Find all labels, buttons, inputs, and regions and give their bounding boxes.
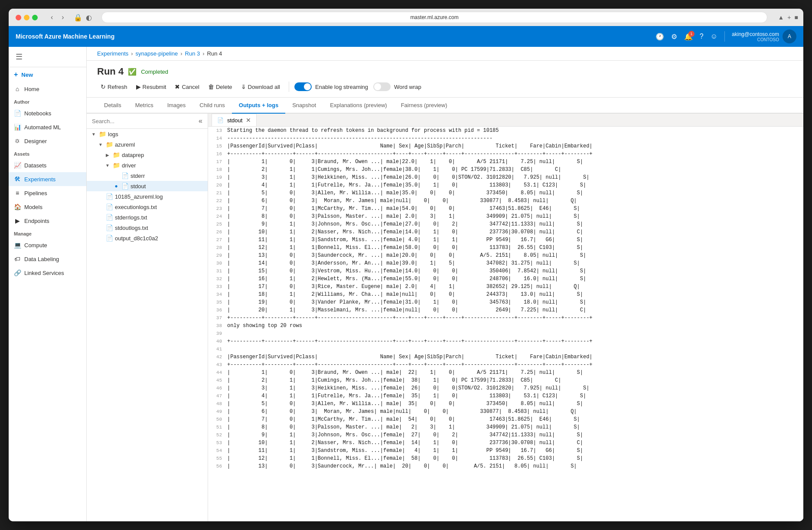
- log-viewer[interactable]: 13Starting the daemon thread to refresh …: [208, 127, 803, 521]
- tree-toggle-azureml: ▼: [97, 142, 104, 147]
- avatar[interactable]: A: [783, 29, 796, 43]
- delete-button[interactable]: 🗑 Delete: [205, 82, 236, 92]
- close-button[interactable]: [16, 15, 21, 20]
- help-icon[interactable]: ?: [700, 33, 704, 40]
- browser-menu-button[interactable]: ■: [795, 14, 798, 21]
- page-header: Run 4 ✅ Completed ↻ Refresh ▶ Resubmit: [87, 61, 803, 98]
- user-info[interactable]: aking@contoso.com CONTOSO A: [732, 29, 796, 43]
- sidebar-item-linked-services[interactable]: 🔗 Linked Services: [9, 266, 86, 280]
- log-line: 35| 19| 0| 3|Vander Planke, Mr...|female…: [208, 298, 803, 306]
- history-icon[interactable]: 🕐: [655, 33, 664, 41]
- tree-item-stderrlogs[interactable]: ▶ 📄 stderrlogs.txt: [87, 212, 208, 222]
- resubmit-button[interactable]: ▶ Resubmit: [133, 82, 170, 92]
- tree-item-dataprep[interactable]: ▶ 📁 dataprep: [87, 150, 208, 160]
- tree-item-executionlogs[interactable]: ▶ 📄 executionlogs.txt: [87, 202, 208, 212]
- log-line: 39: [208, 330, 803, 337]
- file-search-input[interactable]: [92, 118, 199, 124]
- line-number: 15: [208, 142, 225, 150]
- main-layout: ☰ + New ⌂ Home Author 📄 Notebooks 📊 A: [9, 47, 803, 521]
- sidebar-item-models[interactable]: 🏠 Models: [9, 200, 86, 214]
- feedback-icon[interactable]: ☺: [711, 33, 717, 40]
- tab-fairness[interactable]: Fairness (preview): [394, 98, 454, 114]
- line-text: +----------+---------+------+-----------…: [225, 314, 803, 322]
- home-icon: ⌂: [14, 85, 21, 92]
- maximize-button[interactable]: [32, 15, 38, 20]
- tab-snapshot[interactable]: Snapshot: [285, 98, 323, 114]
- line-number: 13: [208, 127, 225, 134]
- download-all-button[interactable]: ⇓ Download all: [238, 82, 284, 92]
- tree-item-azureml-log[interactable]: ▶ 📄 10185_azureml.log: [87, 191, 208, 202]
- pipelines-icon: ≡: [14, 190, 21, 196]
- azure-topbar: Microsoft Azure Machine Learning 🕐 ⚙ 🔔 1…: [9, 26, 803, 47]
- tree-item-logs[interactable]: ▼ 📁 logs: [87, 129, 208, 139]
- url-bar[interactable]: master.ml.azure.com: [101, 12, 768, 23]
- log-line: 18| 2| 1| 1|Cumings, Mrs. Joh...|female|…: [208, 166, 803, 173]
- log-tab-stdout[interactable]: 📄 stdout ✕: [212, 114, 257, 126]
- sidebar-item-new[interactable]: + New: [9, 67, 86, 82]
- log-streaming-toggle[interactable]: [294, 82, 312, 91]
- log-line: 47| 4| 1| 1|Futrelle, Mrs. Ja...|female|…: [208, 392, 803, 400]
- tree-item-driver[interactable]: ▼ 📁 driver: [87, 160, 208, 170]
- sidebar-item-datasets[interactable]: 📈 Datasets: [9, 158, 86, 172]
- sidebar-item-notebooks[interactable]: 📄 Notebooks: [9, 106, 86, 120]
- sidebar-item-designer[interactable]: ⛭ Designer: [9, 134, 86, 148]
- line-text: | 11| 1| 3|Sandstrom, Miss. ...|female| …: [225, 236, 803, 244]
- notebooks-icon: 📄: [14, 110, 21, 117]
- breadcrumb-experiments[interactable]: Experiments: [97, 50, 128, 57]
- log-tab-close-button[interactable]: ✕: [246, 117, 251, 124]
- tab-explanations[interactable]: Explanations (preview): [323, 98, 394, 114]
- tree-item-stderr[interactable]: ▶ 📄 stderr: [87, 170, 208, 181]
- log-line: 38only showing top 20 rows: [208, 322, 803, 330]
- collapse-panel-button[interactable]: «: [199, 117, 202, 125]
- cancel-button[interactable]: ✖ Cancel: [171, 82, 202, 92]
- breadcrumb-run3[interactable]: Run 3: [185, 50, 200, 57]
- url-text: master.ml.azure.com: [410, 14, 458, 20]
- log-line: 41: [208, 345, 803, 353]
- word-wrap-toggle[interactable]: [373, 82, 391, 91]
- line-text: | 9| 1| 3|Johnson, Mrs. Osc...|female| 2…: [225, 431, 803, 439]
- refresh-button[interactable]: ↻ Refresh: [97, 82, 131, 92]
- linked-services-icon: 🔗: [14, 269, 21, 276]
- file-icon-output: 📄: [106, 235, 113, 242]
- refresh-icon: ↻: [101, 83, 106, 90]
- tab-images[interactable]: Images: [160, 98, 193, 114]
- log-line: 48| 5| 0| 3|Allen, Mr. Willia...| male| …: [208, 400, 803, 408]
- line-text: | 4| 1| 1|Futrelle, Mrs. Ja...|female| 3…: [225, 392, 803, 400]
- tab-metrics[interactable]: Metrics: [128, 98, 160, 114]
- sidebar-item-data-labeling[interactable]: 🏷 Data Labeling: [9, 252, 86, 266]
- sidebar-item-home[interactable]: ⌂ Home: [9, 82, 86, 96]
- sidebar-item-pipelines[interactable]: ≡ Pipelines: [9, 186, 86, 200]
- tab-child-runs[interactable]: Child runs: [192, 98, 232, 114]
- hamburger-button[interactable]: ☰: [12, 50, 26, 63]
- tab-details[interactable]: Details: [97, 98, 128, 114]
- manage-section: Manage: [9, 228, 86, 238]
- line-number: 55: [208, 455, 225, 462]
- share-button[interactable]: ▲: [778, 14, 784, 21]
- back-button[interactable]: ‹: [48, 13, 55, 22]
- line-number: 50: [208, 415, 225, 423]
- line-number: 31: [208, 267, 225, 275]
- sidebar-item-endpoints[interactable]: ▶ Endpoints: [9, 214, 86, 228]
- tabs-bar: Details Metrics Images Child runs Output…: [87, 98, 803, 114]
- tree-item-output[interactable]: ▶ 📄 output_d8c1c0a2: [87, 233, 208, 243]
- line-number: 33: [208, 283, 225, 291]
- tab-outputs-logs[interactable]: Outputs + logs: [232, 98, 285, 114]
- tree-item-stdoutlogs[interactable]: ▶ 📄 stdoutlogs.txt: [87, 222, 208, 233]
- tree-item-azureml[interactable]: ▼ 📁 azureml: [87, 139, 208, 150]
- log-streaming-toggle-group: Enable log streaming: [294, 82, 368, 91]
- home-label: Home: [24, 86, 39, 92]
- line-number: 27: [208, 236, 225, 244]
- log-content: 📄 stdout ✕ 13Starting the daemon thread …: [208, 114, 803, 521]
- minimize-button[interactable]: [24, 15, 29, 20]
- add-tab-button[interactable]: +: [787, 14, 791, 21]
- settings-icon[interactable]: ⚙: [671, 33, 677, 41]
- sidebar-item-experiments[interactable]: 🛠 Experiments: [9, 172, 86, 186]
- line-number: 48: [208, 400, 225, 408]
- line-number: 42: [208, 353, 225, 361]
- breadcrumb-synapse-pipeline[interactable]: synapse-pipeline: [136, 50, 178, 57]
- notification-icon[interactable]: 🔔 1: [684, 33, 693, 41]
- sidebar-item-compute[interactable]: 💻 Compute: [9, 238, 86, 252]
- sidebar-item-automated-ml[interactable]: 📊 Automated ML: [9, 120, 86, 134]
- forward-button[interactable]: ›: [59, 13, 66, 22]
- tree-item-stdout[interactable]: ● 📄 stdout: [87, 181, 208, 191]
